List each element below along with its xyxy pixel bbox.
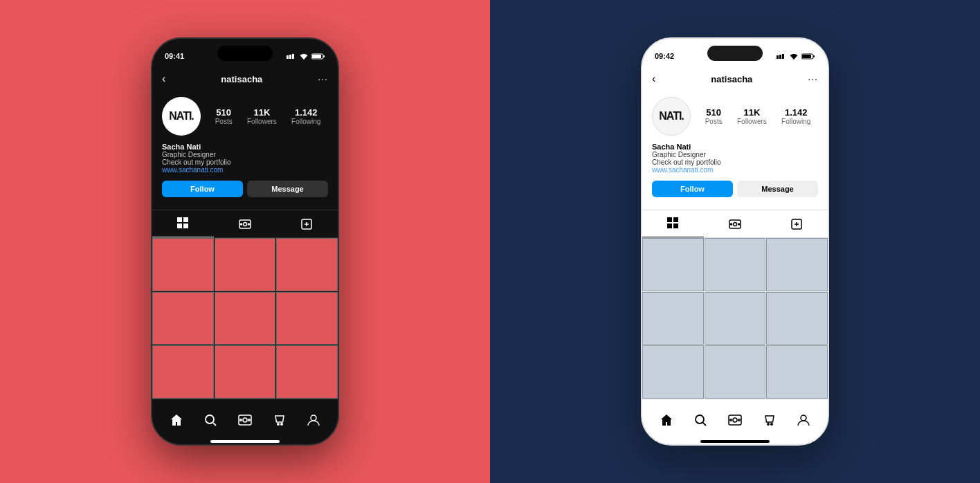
more-button-dark[interactable]: ··· [318, 73, 328, 84]
tab-tagged-light[interactable] [766, 210, 828, 237]
phone-dark: 09:41 ‹ natisacha ··· NATI. [151, 37, 339, 446]
nav-search-dark[interactable] [199, 409, 221, 431]
stat-followers-number-dark: 11K [247, 107, 277, 118]
nav-profile-dark[interactable] [302, 409, 325, 431]
nav-reels-dark[interactable] [234, 409, 256, 431]
svg-rect-34 [729, 220, 741, 228]
svg-rect-31 [667, 224, 672, 228]
svg-point-19 [240, 419, 242, 420]
svg-rect-32 [673, 217, 678, 222]
phone-light: 09:42 ‹ natisacha ··· NATI. [641, 37, 829, 446]
nav-shop-light[interactable] [759, 409, 781, 431]
grid-cell-5-dark [215, 292, 276, 345]
grid-cell-7-light [642, 345, 704, 399]
svg-point-44 [738, 419, 740, 420]
nav-profile-light[interactable] [792, 409, 815, 431]
message-button-light[interactable]: Message [737, 181, 818, 197]
home-indicator-dark [210, 440, 280, 443]
nav-bar-light: ‹ natisacha ··· [642, 66, 828, 91]
home-indicator-light [700, 440, 770, 443]
tab-grid-light[interactable] [642, 210, 704, 237]
grid-cell-6-light [766, 292, 828, 345]
svg-rect-29 [802, 55, 811, 58]
profile-header-dark: NATI. 510 Posts 11K Followers 1.142 [162, 97, 328, 136]
svg-rect-28 [813, 55, 815, 57]
tab-grid-dark[interactable] [152, 210, 214, 237]
bio-link-light[interactable]: www.sachanati.com [652, 166, 818, 174]
dynamic-island-dark [217, 46, 273, 61]
svg-point-12 [240, 224, 242, 225]
nav-bar-dark: ‹ natisacha ··· [152, 66, 338, 91]
stat-following-label-dark: Following [291, 118, 320, 125]
svg-rect-7 [177, 224, 182, 228]
svg-point-13 [248, 224, 249, 225]
nav-reels-light[interactable] [724, 409, 746, 431]
svg-point-35 [733, 222, 736, 226]
grid-cell-1-light [642, 238, 704, 291]
grid-dark [152, 238, 338, 399]
profile-tabs-light [642, 210, 828, 238]
svg-rect-6 [177, 217, 182, 222]
svg-point-20 [248, 419, 250, 420]
tab-reels-light[interactable] [704, 210, 765, 237]
time-dark: 09:41 [165, 52, 184, 60]
bio-title-light: Graphic Designer [652, 151, 818, 158]
svg-line-40 [703, 423, 706, 426]
grid-cell-2-dark [215, 238, 276, 291]
svg-point-22 [280, 423, 282, 424]
follow-button-dark[interactable]: Follow [162, 181, 243, 197]
bio-tagline-dark: Check out my portfolio [162, 158, 328, 166]
svg-rect-0 [287, 55, 289, 59]
stat-followers-number-light: 11K [737, 107, 767, 118]
svg-line-16 [213, 423, 216, 426]
time-light: 09:42 [655, 52, 674, 60]
svg-point-15 [206, 415, 214, 423]
username-dark: natisacha [221, 74, 262, 84]
profile-header-light: NATI. 510 Posts 11K Followers 1.142 [652, 97, 818, 136]
svg-rect-9 [183, 224, 188, 228]
svg-rect-1 [289, 55, 291, 59]
stat-following-number-light: 1.142 [781, 107, 810, 118]
bio-link-dark[interactable]: www.sachanati.com [162, 166, 328, 174]
nav-shop-dark[interactable] [269, 409, 291, 431]
action-buttons-light: Follow Message [652, 181, 818, 197]
bottom-nav-dark [152, 399, 338, 437]
nav-search-light[interactable] [689, 409, 711, 431]
grid-cell-7-dark [152, 345, 214, 399]
svg-rect-4 [323, 55, 325, 57]
action-buttons-dark: Follow Message [162, 181, 328, 197]
message-button-dark[interactable]: Message [247, 181, 328, 197]
bio-title-dark: Graphic Designer [162, 151, 328, 158]
grid-cell-1-dark [152, 238, 214, 291]
svg-rect-10 [239, 220, 251, 228]
bio-tagline-light: Check out my portfolio [652, 158, 818, 166]
back-button-light[interactable]: ‹ [652, 73, 655, 85]
back-button-dark[interactable]: ‹ [162, 73, 165, 85]
nav-home-light[interactable] [655, 409, 678, 431]
svg-point-11 [243, 222, 246, 226]
stat-posts-number-dark: 510 [215, 107, 233, 118]
grid-light [642, 238, 828, 399]
more-button-light[interactable]: ··· [808, 73, 818, 84]
follow-button-light[interactable]: Follow [652, 181, 733, 197]
stat-following-dark: 1.142 Following [291, 107, 320, 125]
avatar-light: NATI. [652, 97, 691, 136]
grid-cell-2-light [705, 238, 766, 291]
svg-rect-5 [312, 55, 321, 58]
tab-reels-dark[interactable] [214, 210, 275, 237]
bio-section-dark: Sacha Nati Graphic Designer Check out my… [162, 143, 328, 174]
stat-posts-label-dark: Posts [215, 118, 233, 125]
svg-rect-17 [239, 415, 251, 425]
stat-following-number-dark: 1.142 [291, 107, 320, 118]
svg-rect-24 [777, 55, 779, 59]
grid-cell-3-dark [276, 238, 338, 291]
bottom-nav-light [642, 399, 828, 437]
stat-followers-light: 11K Followers [737, 107, 767, 125]
bio-section-light: Sacha Nati Graphic Designer Check out my… [652, 143, 818, 174]
tab-tagged-dark[interactable] [276, 210, 338, 237]
nav-home-dark[interactable] [165, 409, 188, 431]
grid-cell-6-dark [276, 292, 338, 345]
profile-tabs-dark [152, 210, 338, 238]
svg-point-43 [730, 419, 732, 420]
status-icons-light [777, 53, 815, 60]
